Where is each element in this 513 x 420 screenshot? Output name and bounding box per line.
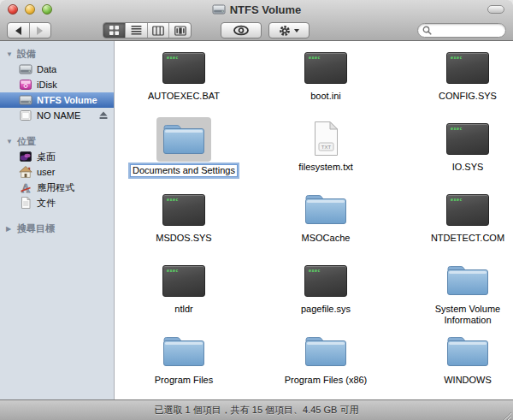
search-field[interactable] (417, 23, 506, 38)
file-item-config-sys[interactable]: execCONFIG.SYS (397, 46, 513, 117)
file-item-autoexec-bat[interactable]: execAUTOEXEC.BAT (115, 46, 255, 117)
forward-button[interactable] (29, 23, 51, 38)
action-menu-button[interactable] (268, 22, 310, 38)
unix-executable-icon: exec (154, 259, 214, 302)
file-label: Program Files (x86) (285, 375, 368, 386)
sidebar-item-label: 桌面 (37, 151, 56, 163)
hard-drive-icon (19, 62, 32, 76)
disclosure-triangle-icon[interactable]: ▶ (6, 225, 14, 233)
icon-view-area: execAUTOEXEC.BATexecboot.iniexecCONFIG.S… (115, 41, 513, 399)
file-item-ntdetect-com[interactable]: execNTDETECT.COM (397, 188, 513, 259)
view-switcher (103, 22, 192, 38)
svg-text:TXT: TXT (321, 145, 331, 150)
icon-view-button[interactable] (103, 23, 125, 38)
file-label: boot.ini (310, 91, 340, 102)
unix-executable-icon: exec (438, 188, 498, 231)
file-item-ntldr[interactable]: execntldr (115, 259, 255, 330)
disclosure-triangle-icon[interactable]: ▼ (6, 50, 14, 58)
unix-executable-icon: exec (296, 46, 356, 89)
sidebar-item-label: NO NAME (37, 110, 80, 121)
sidebar-item-documents[interactable]: 文件 (0, 195, 114, 210)
sidebar-item-hard-drive-data[interactable]: Data (0, 62, 114, 77)
file-item-documents-and-settings[interactable]: Documents and Settings (115, 117, 255, 188)
sidebar-item-label: user (37, 167, 55, 177)
quick-look-button[interactable] (221, 22, 262, 38)
sidebar-item-home[interactable]: user (0, 164, 114, 180)
column-view-button[interactable] (147, 23, 169, 38)
folder-icon (156, 117, 211, 162)
close-button[interactable] (8, 4, 18, 15)
sidebar-item-idisk[interactable]: iDisk (0, 77, 114, 92)
file-grid: execAUTOEXEC.BATexecboot.iniexecCONFIG.S… (115, 41, 513, 399)
sidebar-section-header-places[interactable]: ▼位置 (0, 134, 114, 149)
sidebar-item-applications[interactable]: A 應用程式 (0, 180, 114, 195)
sidebar-item-label: 應用程式 (37, 181, 74, 194)
sidebar-item-label: iDisk (37, 80, 57, 90)
file-item-filesystem-txt[interactable]: TXTfilesystem.txt (255, 117, 397, 188)
file-item-pagefile-sys[interactable]: execpagefile.sys (255, 259, 397, 330)
file-label: Program Files (155, 375, 213, 386)
window-title: NTFS Volume (230, 3, 302, 16)
icon-view-icon (109, 25, 120, 36)
list-view-button[interactable] (125, 23, 147, 38)
unix-executable-icon: exec (438, 46, 498, 89)
sidebar-section-header-devices[interactable]: ▼設備 (0, 47, 114, 62)
sidebar-section-devices: ▼設備 Data iDisk NTFS Volume NO NAME (0, 47, 114, 123)
sidebar-item-label: Data (37, 64, 56, 74)
idisk-icon (19, 78, 32, 92)
disclosure-triangle-icon[interactable]: ▼ (6, 138, 14, 145)
window-body: ▼設備 Data iDisk NTFS Volume NO NAME ▼位置 桌… (0, 41, 513, 399)
toolbar-toggle-button[interactable] (487, 5, 504, 14)
eject-button[interactable] (98, 110, 109, 121)
sidebar-item-removable-drive[interactable]: NO NAME (0, 108, 114, 123)
sidebar-section-search-for: ▶搜尋目標 (0, 222, 114, 236)
sidebar-section-places: ▼位置 桌面 user A 應用程式 文件 (0, 134, 114, 210)
chevron-down-icon (294, 29, 299, 33)
sidebar-section-label: 位置 (17, 135, 36, 148)
back-button[interactable] (8, 23, 29, 38)
file-item-msdos-sys[interactable]: execMSDOS.SYS (115, 188, 255, 259)
file-label: pagefile.sys (301, 304, 351, 315)
sidebar-item-desktop[interactable]: 桌面 (0, 149, 114, 164)
volume-icon (212, 3, 226, 16)
removable-drive-icon (19, 109, 32, 122)
folder-icon (154, 330, 214, 373)
unix-executable-icon: exec (296, 259, 356, 302)
file-item-msocache[interactable]: MSOCache (255, 188, 397, 259)
file-item-system-volume-information[interactable]: System Volume Information (397, 259, 513, 330)
file-item-program-files-x86[interactable]: Program Files (x86) (255, 330, 397, 399)
back-arrow-icon (15, 27, 21, 35)
folder-icon (296, 330, 356, 373)
status-text: 已選取 1 個項目，共有 15 個項目、4.45 GB 可用 (155, 404, 359, 417)
sidebar-item-hard-drive-ntfs-volume[interactable]: NTFS Volume (0, 92, 114, 108)
file-label: MSDOS.SYS (156, 233, 211, 244)
unix-executable-icon: exec (438, 117, 498, 160)
search-icon (422, 26, 432, 35)
file-label: IO.SYS (452, 162, 484, 173)
file-item-io-sys[interactable]: execIO.SYS (397, 117, 513, 188)
file-label: NTDETECT.COM (431, 233, 504, 244)
file-item-boot-ini[interactable]: execboot.ini (255, 46, 397, 117)
rename-text-field[interactable]: Documents and Settings (130, 164, 238, 177)
navigation-buttons (7, 22, 51, 38)
resize-grip[interactable] (502, 409, 512, 419)
unix-executable-icon: exec (154, 188, 214, 231)
window-title-area: NTFS Volume (94, 0, 419, 19)
unix-executable-icon: exec (154, 46, 214, 89)
zoom-button[interactable] (42, 4, 52, 15)
file-item-program-files[interactable]: Program Files (115, 330, 255, 399)
folder-icon (438, 330, 498, 373)
forward-arrow-icon (37, 27, 43, 35)
folder-icon (296, 188, 356, 231)
file-label: AUTOEXEC.BAT (148, 91, 220, 102)
coverflow-view-button[interactable] (168, 23, 191, 38)
file-label: System Volume Information (415, 304, 513, 326)
sidebar: ▼設備 Data iDisk NTFS Volume NO NAME ▼位置 桌… (0, 41, 115, 399)
file-item-windows[interactable]: WINDOWS (397, 330, 513, 399)
search-input[interactable] (434, 25, 501, 36)
minimize-button[interactable] (25, 4, 35, 15)
desktop-icon (19, 150, 32, 163)
file-label: filesystem.txt (298, 162, 353, 173)
file-label: CONFIG.SYS (439, 91, 497, 102)
sidebar-section-header-search-for[interactable]: ▶搜尋目標 (0, 222, 114, 236)
